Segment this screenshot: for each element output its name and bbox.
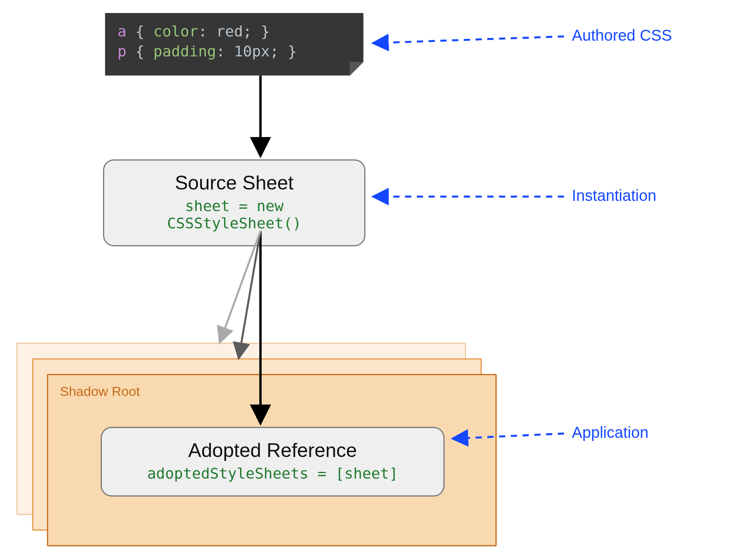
code-brace: { [127,43,154,60]
authored-css-code-block: a { color: red; } p { padding: 10px; } [105,13,363,76]
code-prop: padding [154,43,216,60]
code-line-2: p { padding: 10px; } [118,42,351,61]
arrow-source-to-stack-back [220,231,260,341]
annotation-instantiation: Instantiation [572,187,656,204]
code-selector: a [118,23,127,40]
adopted-reference-title: Adopted Reference [118,439,428,462]
annotation-authored-css: Authored CSS [572,27,672,44]
annotation-arrow-authored [374,36,564,43]
code-selector: p [118,43,127,60]
code-brace: { [127,23,154,40]
adopted-reference-box: Adopted Reference adoptedStyleSheets = [… [101,427,445,497]
source-sheet-code: sheet = new CSSStyleSheet() [120,197,349,232]
code-brace-close: ; } [270,43,297,60]
code-prop: color [154,23,198,40]
code-value: red [216,23,243,40]
code-line-1: a { color: red; } [118,22,351,42]
adopted-reference-code: adoptedStyleSheets = [sheet] [118,465,428,482]
arrow-source-to-stack-middle [239,231,260,357]
code-colon: : [198,23,216,40]
annotation-application: Application [572,424,649,441]
page-fold-icon [350,62,364,76]
source-sheet-title: Source Sheet [120,172,349,194]
code-brace-close: ; } [243,23,270,40]
shadow-root-label: Shadow Root [60,384,140,399]
source-sheet-box: Source Sheet sheet = new CSSStyleSheet() [103,159,365,246]
code-value: 10px [234,43,270,60]
code-colon: : [216,43,234,60]
